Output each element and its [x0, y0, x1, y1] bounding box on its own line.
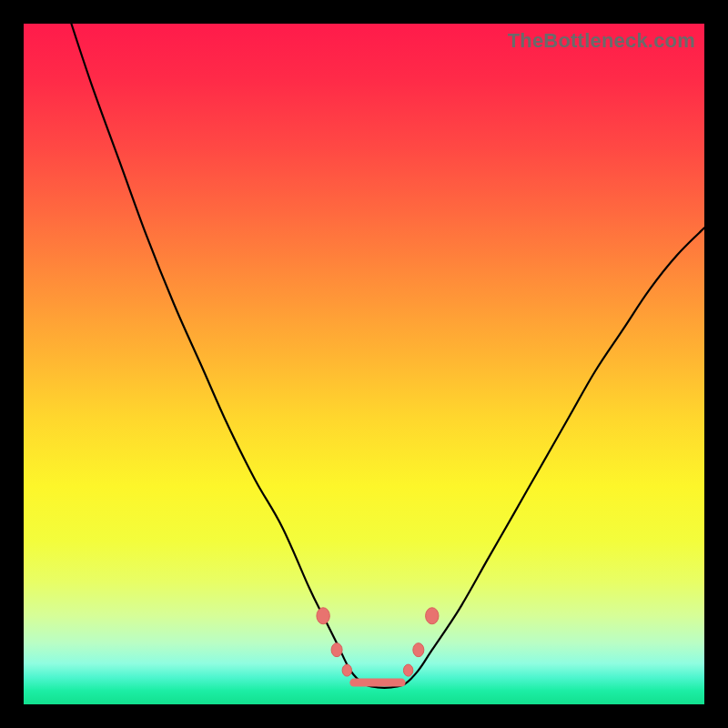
- marker-left_mid: [331, 643, 342, 657]
- marker-left_outer: [317, 608, 329, 624]
- marker-right_mid: [413, 643, 424, 657]
- marker-right_inner: [403, 664, 412, 676]
- marker-left_inner: [342, 664, 351, 676]
- bottleneck-curve: [71, 24, 704, 688]
- plot-area: TheBottleneck.com: [24, 24, 704, 704]
- valley-markers: [317, 608, 439, 676]
- chart-svg: [24, 24, 704, 704]
- marker-right_outer: [426, 608, 439, 624]
- chart-frame: TheBottleneck.com: [0, 0, 728, 728]
